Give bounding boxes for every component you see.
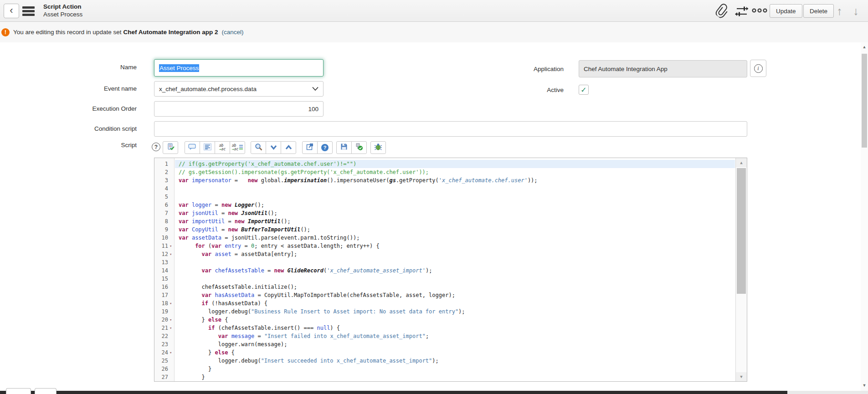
update-button[interactable]: Update	[770, 4, 802, 18]
line-number-gutter: 1234567891011▾12▾131415161718▾1920▾21▾22…	[154, 158, 175, 381]
save-and-verify-button[interactable]	[351, 141, 367, 154]
personalize-form-sliders-icon[interactable]	[734, 5, 749, 19]
line-number: 27	[154, 373, 174, 381]
page-scrollbar[interactable]: ▲ ▼	[861, 42, 868, 391]
code-line-1: // if(gs.getProperty('x_chef_automate.ch…	[175, 160, 735, 168]
line-number: 6	[154, 201, 174, 209]
toolbar-group-0	[163, 141, 178, 154]
line-number: 13	[154, 258, 174, 266]
line-number: 23	[154, 340, 174, 348]
line-number[interactable]: 24▾	[154, 348, 174, 357]
editor-scroll-up-icon[interactable]: ▲	[736, 158, 747, 167]
toggle-comment-button[interactable]	[185, 141, 200, 154]
condition-script-label: Condition script	[9, 125, 137, 132]
code-line-13	[175, 258, 735, 266]
checkmark-icon: ✓	[580, 86, 586, 94]
line-number: 17	[154, 291, 174, 299]
line-number[interactable]: 12▾	[154, 250, 174, 258]
code-line-14: var chefAssetsTable = new GlideRecord('x…	[175, 266, 735, 275]
format-code-icon	[204, 143, 211, 152]
update-set-banner: ! You are editing this record in update …	[0, 22, 868, 42]
toolbar-group-2	[251, 141, 296, 154]
active-checkbox[interactable]: ✓	[579, 85, 589, 95]
debug-button[interactable]	[370, 141, 386, 154]
script-label: Script	[9, 142, 137, 148]
code-line-15	[175, 275, 735, 283]
fold-arrow-icon[interactable]: ▾	[169, 316, 174, 324]
open-new-window-button[interactable]	[302, 141, 318, 154]
warning-circle-icon: !	[1, 28, 10, 36]
application-value: Chef Automate Integration App	[584, 66, 668, 72]
code-line-12: var asset = assetData[entry];	[175, 250, 735, 258]
save-icon	[340, 143, 348, 152]
code-line-4	[175, 184, 735, 193]
code-line-2: // gs.getSession().impersonate(gs.getPro…	[175, 168, 735, 176]
name-input[interactable]: Asset Process	[154, 59, 324, 77]
fold-arrow-icon[interactable]: ▾	[169, 348, 174, 357]
code-line-5	[175, 193, 735, 201]
line-number: 22	[154, 332, 174, 340]
code-line-17: var hasAssetData = CopyUtil.MapToImportT…	[175, 291, 735, 299]
condition-script-input[interactable]	[154, 121, 747, 137]
save-button[interactable]	[336, 141, 352, 154]
line-number: 19	[154, 307, 174, 316]
code-line-16: chefAssetsTable.initialize();	[175, 283, 735, 291]
format-code-button[interactable]	[200, 141, 215, 154]
line-number[interactable]: 18▾	[154, 299, 174, 307]
editor-scroll-down-icon[interactable]: ▼	[736, 372, 747, 381]
fold-arrow-icon[interactable]: ▾	[169, 250, 174, 258]
menu-icon[interactable]	[22, 6, 35, 16]
editor-scrollbar-thumb[interactable]	[737, 168, 746, 294]
code-area[interactable]: // if(gs.getProperty('x_chef_automate.ch…	[175, 158, 735, 381]
script-editor[interactable]: 1234567891011▾12▾131415161718▾1920▾21▾22…	[154, 158, 747, 382]
page-scroll-down-icon[interactable]: ▼	[861, 382, 868, 389]
script-help-icon[interactable]: ?	[152, 143, 160, 151]
nav-up-arrow-icon[interactable]: ↑	[837, 3, 842, 19]
toolbar-group-3: ?	[302, 141, 333, 154]
event-name-select[interactable]: x_chef_automate.chef.process.data	[154, 81, 324, 97]
debug-icon	[374, 143, 382, 153]
code-line-7: var jsonUtil = new JsonUtil();	[175, 209, 735, 217]
editor-scrollbar[interactable]: ▲ ▼	[735, 158, 747, 381]
replace-all-button[interactable]: ab⇒ac	[230, 141, 245, 154]
application-label: Application	[436, 66, 564, 72]
attachment-paperclip-icon[interactable]	[716, 3, 729, 20]
line-number[interactable]: 21▾	[154, 324, 174, 332]
bottom-delete-button-partial[interactable]	[35, 388, 56, 394]
application-field: Chef Automate Integration App	[579, 60, 747, 77]
application-info-button[interactable]: i	[750, 60, 766, 77]
name-input-selected-text: Asset Process	[159, 64, 199, 72]
page-scrollbar-thumb[interactable]	[862, 54, 867, 148]
line-number: 3	[154, 176, 174, 184]
fold-arrow-icon[interactable]: ▾	[169, 299, 174, 307]
cancel-link[interactable]: (cancel)	[221, 29, 243, 36]
code-line-19: logger.debug("Business Rule Insert to As…	[175, 307, 735, 316]
code-line-8: var importUtil = new ImportUtil();	[175, 217, 735, 225]
nav-down-arrow-icon[interactable]: ↓	[853, 3, 859, 19]
code-line-20: } else {	[175, 316, 735, 324]
execution-order-value: 100	[308, 106, 318, 113]
execution-order-input[interactable]: 100	[154, 101, 324, 117]
replace-button[interactable]: ab⇒ac	[215, 141, 230, 154]
find-previous-button[interactable]	[281, 141, 296, 154]
fold-arrow-icon[interactable]: ▾	[169, 242, 174, 250]
line-number[interactable]: 11▾	[154, 242, 174, 250]
fold-arrow-icon[interactable]: ▾	[169, 324, 174, 332]
line-number: 5	[154, 193, 174, 201]
editor-help-button[interactable]: ?	[317, 141, 333, 154]
delete-button[interactable]: Delete	[803, 4, 834, 18]
line-number[interactable]: 20▾	[154, 316, 174, 324]
info-icon: i	[754, 64, 763, 73]
find-next-icon	[270, 143, 277, 152]
back-button[interactable]: ‹	[4, 4, 19, 18]
line-number: 14	[154, 266, 174, 275]
page-scroll-up-icon[interactable]: ▲	[861, 43, 868, 51]
toolbar-group-5	[370, 141, 386, 154]
replace-icon: ab⇒ac	[219, 144, 226, 151]
bottom-update-button-partial[interactable]	[6, 388, 31, 394]
more-options-icon[interactable]	[752, 7, 767, 15]
syntax-check-button[interactable]	[163, 141, 178, 154]
search-button[interactable]	[251, 141, 266, 154]
code-line-3: var impersonator = new global.impersinat…	[175, 176, 735, 184]
find-next-button[interactable]	[266, 141, 281, 154]
